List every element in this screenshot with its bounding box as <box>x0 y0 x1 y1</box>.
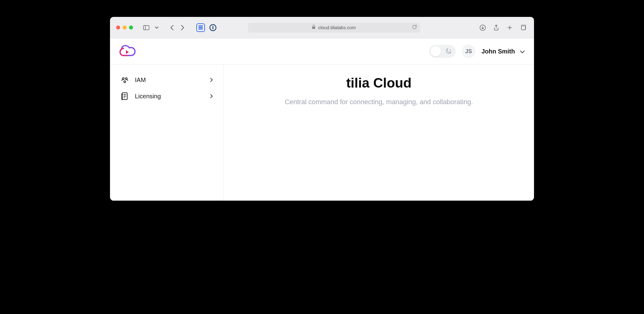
forward-button[interactable] <box>178 23 187 32</box>
svg-rect-4 <box>198 29 203 29</box>
maximize-window-button[interactable] <box>129 26 133 29</box>
sidebar-item-licensing[interactable]: Licensing <box>115 88 219 104</box>
app-header: JS John Smith <box>110 38 534 65</box>
user-name: John Smith <box>481 48 515 55</box>
minimize-window-button[interactable] <box>123 26 127 29</box>
chevron-down-icon <box>520 48 525 55</box>
main-content: tilia Cloud Central command for connecti… <box>224 65 534 201</box>
svg-point-10 <box>450 49 450 50</box>
sidebar-item-label: Licensing <box>135 93 204 100</box>
downloads-button[interactable] <box>478 23 487 32</box>
theme-toggle[interactable] <box>429 45 456 58</box>
svg-rect-3 <box>198 27 203 28</box>
moon-icon <box>446 48 452 55</box>
svg-point-14 <box>124 81 126 83</box>
sidebar-item-iam[interactable]: IAM <box>115 72 219 88</box>
browser-toolbar: cloud.tilialabs.com <box>110 17 534 38</box>
sidebar-item-label: IAM <box>135 77 204 84</box>
tab-dropdown-button[interactable] <box>152 23 161 32</box>
sidebar-toggle-button[interactable] <box>142 23 151 32</box>
lock-icon <box>312 25 316 30</box>
people-icon <box>121 77 129 84</box>
tab-overview-button[interactable] <box>519 23 528 32</box>
svg-rect-0 <box>143 26 149 30</box>
chevron-right-icon <box>210 93 213 100</box>
url-text: cloud.tilialabs.com <box>318 25 356 30</box>
logo[interactable] <box>119 45 136 58</box>
browser-window: cloud.tilialabs.com <box>110 17 534 201</box>
theme-toggle-knob <box>430 46 441 57</box>
svg-point-11 <box>451 50 451 51</box>
svg-rect-7 <box>312 27 315 29</box>
new-tab-button[interactable] <box>505 23 514 32</box>
avatar[interactable]: JS <box>462 45 475 58</box>
address-bar[interactable]: cloud.tilialabs.com <box>248 23 420 33</box>
window-controls <box>116 26 133 29</box>
document-icon <box>121 92 129 100</box>
app-body: IAM Licensing <box>110 65 534 201</box>
extension-todoist-icon[interactable] <box>196 23 205 32</box>
share-button[interactable] <box>492 23 501 32</box>
avatar-initials: JS <box>465 48 472 55</box>
page-title: tilia Cloud <box>236 75 522 91</box>
reload-button[interactable] <box>412 25 417 31</box>
sidebar: IAM Licensing <box>110 65 224 201</box>
user-menu[interactable]: John Smith <box>481 48 525 55</box>
close-window-button[interactable] <box>116 26 120 29</box>
extension-1password-icon[interactable] <box>209 23 217 32</box>
page-subtitle: Central command for connecting, managing… <box>236 98 522 106</box>
svg-rect-2 <box>198 26 203 26</box>
back-button[interactable] <box>167 23 177 32</box>
chevron-right-icon <box>210 77 213 84</box>
app-container: JS John Smith IAM <box>110 38 534 201</box>
